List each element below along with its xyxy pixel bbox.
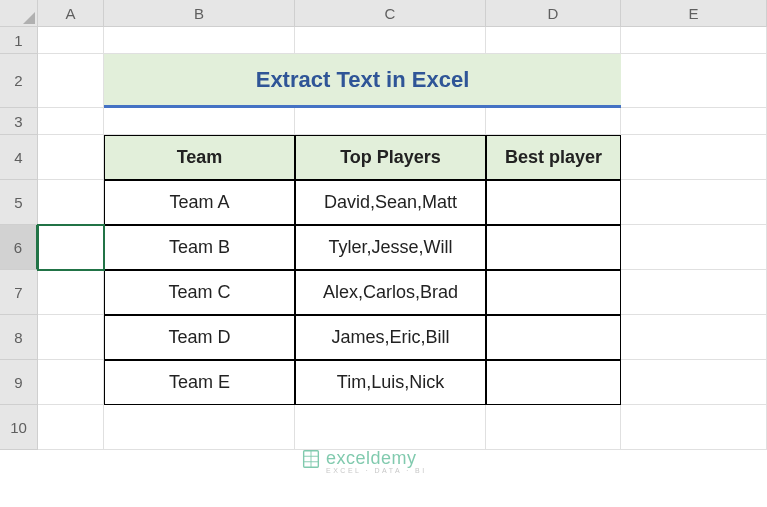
cell-E6[interactable]	[621, 225, 767, 270]
cell-A2[interactable]	[38, 54, 104, 108]
td-best-0[interactable]	[486, 180, 621, 225]
td-best-3[interactable]	[486, 315, 621, 360]
title-cell[interactable]: Extract Text in Excel	[104, 54, 621, 108]
watermark-name: exceldemy	[326, 449, 427, 467]
cell-A10[interactable]	[38, 405, 104, 450]
cell-E5[interactable]	[621, 180, 767, 225]
td-team-1[interactable]: Team B	[104, 225, 295, 270]
svg-rect-0	[304, 451, 319, 468]
col-header-C[interactable]: C	[295, 0, 486, 27]
col-header-D[interactable]: D	[486, 0, 621, 27]
cell-D1[interactable]	[486, 27, 621, 54]
cell-E8[interactable]	[621, 315, 767, 360]
td-top-3[interactable]: James,Eric,Bill	[295, 315, 486, 360]
th-best[interactable]: Best player	[486, 135, 621, 180]
cell-E9[interactable]	[621, 360, 767, 405]
row-header-4[interactable]: 4	[0, 135, 38, 180]
col-header-E[interactable]: E	[621, 0, 767, 27]
td-best-2[interactable]	[486, 270, 621, 315]
row-header-5[interactable]: 5	[0, 180, 38, 225]
td-top-2[interactable]: Alex,Carlos,Brad	[295, 270, 486, 315]
row-header-10[interactable]: 10	[0, 405, 38, 450]
cell-A1[interactable]	[38, 27, 104, 54]
cell-C3[interactable]	[295, 108, 486, 135]
cell-B1[interactable]	[104, 27, 295, 54]
td-best-1[interactable]	[486, 225, 621, 270]
select-all-corner[interactable]	[0, 0, 38, 27]
cell-E7[interactable]	[621, 270, 767, 315]
cell-A6[interactable]	[38, 225, 104, 270]
row-header-8[interactable]: 8	[0, 315, 38, 360]
cell-E2[interactable]	[621, 54, 767, 108]
cell-A7[interactable]	[38, 270, 104, 315]
cell-E1[interactable]	[621, 27, 767, 54]
cell-A9[interactable]	[38, 360, 104, 405]
cell-D10[interactable]	[486, 405, 621, 450]
td-top-1[interactable]: Tyler,Jesse,Will	[295, 225, 486, 270]
cell-D3[interactable]	[486, 108, 621, 135]
spreadsheet-grid: A B C D E 1 2 Extract Text in Excel 3 4 …	[0, 0, 767, 450]
cell-B10[interactable]	[104, 405, 295, 450]
cell-E4[interactable]	[621, 135, 767, 180]
row-header-3[interactable]: 3	[0, 108, 38, 135]
td-top-0[interactable]: David,Sean,Matt	[295, 180, 486, 225]
cell-E10[interactable]	[621, 405, 767, 450]
cell-A8[interactable]	[38, 315, 104, 360]
td-top-4[interactable]: Tim,Luis,Nick	[295, 360, 486, 405]
td-team-2[interactable]: Team C	[104, 270, 295, 315]
row-header-7[interactable]: 7	[0, 270, 38, 315]
cell-C1[interactable]	[295, 27, 486, 54]
cell-A4[interactable]	[38, 135, 104, 180]
td-team-3[interactable]: Team D	[104, 315, 295, 360]
cell-A3[interactable]	[38, 108, 104, 135]
col-header-B[interactable]: B	[104, 0, 295, 27]
row-header-6[interactable]: 6	[0, 225, 38, 270]
spreadsheet-icon	[300, 448, 322, 475]
td-best-4[interactable]	[486, 360, 621, 405]
cell-E3[interactable]	[621, 108, 767, 135]
row-header-1[interactable]: 1	[0, 27, 38, 54]
watermark-tag: EXCEL · DATA · BI	[326, 467, 427, 474]
cell-C10[interactable]	[295, 405, 486, 450]
row-header-2[interactable]: 2	[0, 54, 38, 108]
watermark: exceldemy EXCEL · DATA · BI	[300, 448, 427, 475]
cell-A5[interactable]	[38, 180, 104, 225]
td-team-4[interactable]: Team E	[104, 360, 295, 405]
th-top[interactable]: Top Players	[295, 135, 486, 180]
col-header-A[interactable]: A	[38, 0, 104, 27]
th-team[interactable]: Team	[104, 135, 295, 180]
row-header-9[interactable]: 9	[0, 360, 38, 405]
cell-B3[interactable]	[104, 108, 295, 135]
td-team-0[interactable]: Team A	[104, 180, 295, 225]
